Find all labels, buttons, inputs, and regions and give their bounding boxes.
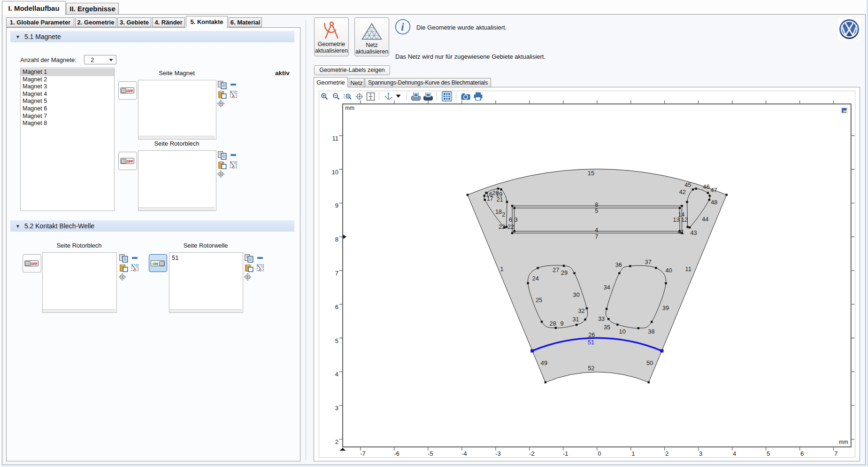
svg-text:38: 38 <box>648 328 654 335</box>
svg-text:6: 6 <box>509 216 512 223</box>
svg-text:12: 12 <box>681 216 688 223</box>
svg-text:18: 18 <box>495 208 502 215</box>
svg-text:45: 45 <box>684 181 691 188</box>
svg-text:46: 46 <box>703 183 710 190</box>
svg-text:3: 3 <box>514 216 517 223</box>
svg-text:25: 25 <box>536 296 542 304</box>
svg-text:35: 35 <box>604 324 610 331</box>
svg-text:23: 23 <box>499 223 505 230</box>
svg-text:43: 43 <box>690 229 697 236</box>
svg-text:24: 24 <box>532 275 539 282</box>
svg-text:-6: -6 <box>394 450 399 457</box>
svg-text:4: 4 <box>335 371 338 378</box>
svg-text:33: 33 <box>598 315 605 322</box>
svg-text:42: 42 <box>679 188 686 195</box>
svg-text:-7: -7 <box>360 450 366 457</box>
svg-text:-4: -4 <box>461 450 467 457</box>
svg-text:22: 22 <box>507 223 514 230</box>
svg-text:21: 21 <box>496 196 503 203</box>
svg-text:4: 4 <box>595 226 598 234</box>
svg-text:44: 44 <box>702 216 708 223</box>
svg-text:13: 13 <box>673 216 679 223</box>
svg-text:28: 28 <box>550 320 556 327</box>
svg-text:52: 52 <box>588 365 594 372</box>
svg-text:29: 29 <box>561 269 568 276</box>
svg-text:-2: -2 <box>529 450 535 457</box>
svg-text:7: 7 <box>335 270 338 277</box>
svg-text:34: 34 <box>604 284 610 291</box>
svg-text:2: 2 <box>502 211 505 218</box>
svg-text:49: 49 <box>541 359 547 366</box>
svg-text:i: i <box>401 21 404 33</box>
svg-text:mm: mm <box>345 105 354 111</box>
svg-text:5: 5 <box>767 450 770 457</box>
svg-text:0: 0 <box>598 450 601 457</box>
svg-text:4: 4 <box>733 450 736 457</box>
svg-text:11: 11 <box>332 135 339 142</box>
svg-text:9: 9 <box>335 202 338 209</box>
svg-text:47: 47 <box>710 187 717 194</box>
svg-text:7: 7 <box>834 450 837 457</box>
svg-text:9: 9 <box>560 320 563 327</box>
svg-text:41: 41 <box>677 228 684 235</box>
svg-text:3: 3 <box>699 450 702 457</box>
svg-text:40: 40 <box>666 267 672 274</box>
svg-text:2: 2 <box>665 450 668 457</box>
svg-text:11: 11 <box>685 265 691 272</box>
svg-text:32: 32 <box>578 307 584 314</box>
svg-text:3: 3 <box>335 405 338 412</box>
svg-text:7: 7 <box>595 233 598 240</box>
svg-text:48: 48 <box>711 199 717 206</box>
svg-text:5: 5 <box>335 337 338 344</box>
svg-text:10: 10 <box>619 328 626 335</box>
svg-text:6: 6 <box>800 450 804 457</box>
svg-text:51: 51 <box>588 339 594 346</box>
svg-text:31: 31 <box>572 316 579 323</box>
svg-text:15: 15 <box>588 170 594 177</box>
svg-text:17: 17 <box>487 195 493 202</box>
svg-text:36: 36 <box>615 261 622 268</box>
svg-text:39: 39 <box>662 304 669 311</box>
svg-text:-3: -3 <box>495 450 501 457</box>
svg-text:6: 6 <box>335 304 338 311</box>
svg-text:26: 26 <box>588 331 595 338</box>
svg-text:1: 1 <box>631 450 635 457</box>
svg-text:2: 2 <box>335 438 338 445</box>
svg-text:-5: -5 <box>428 450 433 457</box>
svg-text:-1: -1 <box>563 450 568 457</box>
svg-text:10: 10 <box>332 169 338 176</box>
svg-text:37: 37 <box>645 258 652 265</box>
svg-text:27: 27 <box>553 266 559 273</box>
svg-text:5: 5 <box>595 207 598 214</box>
svg-text:30: 30 <box>573 291 580 298</box>
svg-text:50: 50 <box>646 359 653 366</box>
svg-text:8: 8 <box>335 236 338 243</box>
svg-text:mm: mm <box>839 439 848 445</box>
svg-text:1: 1 <box>500 265 503 272</box>
